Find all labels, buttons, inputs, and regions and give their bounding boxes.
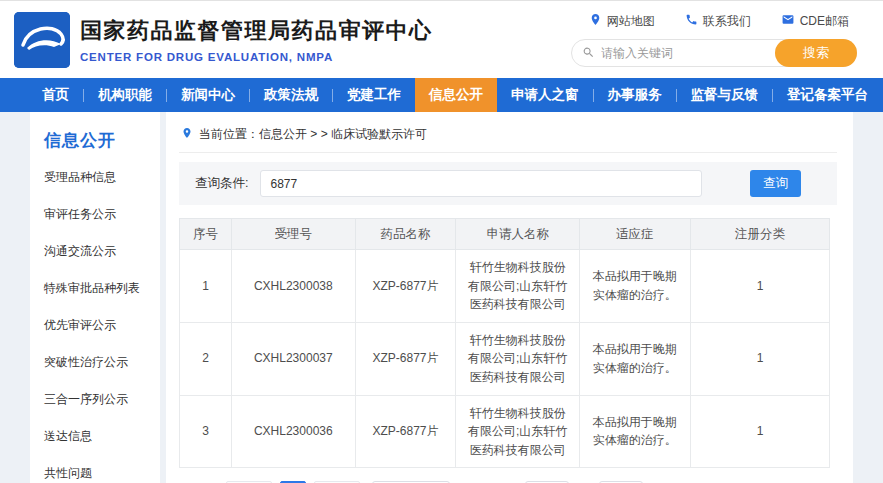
query-label: 查询条件:	[195, 175, 248, 192]
cell-seq: 1	[180, 250, 232, 323]
cell-indication: 本品拟用于晚期实体瘤的治疗。	[579, 250, 690, 323]
main-nav: 首页 机构职能 新闻中心 政策法规 党建工作 信息公开 申请人之窗 办事服务 监…	[0, 78, 883, 112]
table-row: 3 CXHL2300036 XZP-6877片 轩竹生物科技股份有限公司;山东轩…	[180, 395, 830, 468]
nav-item-party-building[interactable]: 党建工作	[333, 78, 415, 112]
cell-registration-class: 1	[690, 322, 830, 395]
breadcrumb: 当前位置：信息公开 > > 临床试验默示许可	[179, 121, 837, 153]
sidebar-item-delivery-info[interactable]: 送达信息	[30, 418, 160, 455]
contact-us-label: 联系我们	[703, 13, 751, 30]
nav-item-services[interactable]: 办事服务	[594, 78, 676, 112]
query-button[interactable]: 查询	[750, 170, 801, 197]
nav-item-applicant-window[interactable]: 申请人之窗	[497, 78, 593, 112]
table-row: 1 CXHL2300038 XZP-6877片 轩竹生物科技股份有限公司;山东轩…	[180, 250, 830, 323]
cell-applicant: 轩竹生物科技股份有限公司;山东轩竹医药科技有限公司	[456, 395, 580, 468]
content-area: 信息公开 受理品种信息 审评任务公示 沟通交流公示 特殊审批品种列表 优先审评公…	[0, 112, 883, 483]
cell-acceptance-no: CXHL2300037	[232, 322, 356, 395]
cell-seq: 2	[180, 322, 232, 395]
sitemap-label: 网站地图	[607, 13, 655, 30]
sidebar: 信息公开 受理品种信息 审评任务公示 沟通交流公示 特殊审批品种列表 优先审评公…	[30, 112, 160, 483]
main-panel: 当前位置：信息公开 > > 临床试验默示许可 查询条件: 查询 序号 受理号 药…	[166, 112, 853, 483]
col-header-drug-name: 药品名称	[355, 219, 456, 250]
nav-item-home[interactable]: 首页	[28, 78, 83, 112]
phone-icon	[685, 13, 698, 29]
cde-mail-label: CDE邮箱	[800, 13, 849, 30]
results-table: 序号 受理号 药品名称 申请人名称 适应症 注册分类 1 CXHL2300038…	[179, 218, 830, 468]
table-header-row: 序号 受理号 药品名称 申请人名称 适应症 注册分类	[180, 219, 830, 250]
brand: 国家药品监督管理局药品审评中心 CENTER FOR DRUG EVALUATI…	[14, 12, 433, 68]
sidebar-item-three-in-one[interactable]: 三合一序列公示	[30, 381, 160, 418]
cell-drug-name: XZP-6877片	[355, 250, 456, 323]
header-right: 网站地图 联系我们 CDE邮箱 搜索	[571, 13, 857, 67]
header-search-bar: 搜索	[571, 39, 857, 67]
nav-item-org-functions[interactable]: 机构职能	[84, 78, 166, 112]
mail-icon	[781, 13, 795, 29]
cell-indication: 本品拟用于晚期实体瘤的治疗。	[579, 322, 690, 395]
nav-item-supervision-feedback[interactable]: 监督与反馈	[677, 78, 773, 112]
search-icon	[582, 46, 595, 59]
cell-applicant: 轩竹生物科技股份有限公司;山东轩竹医药科技有限公司	[456, 322, 580, 395]
col-header-seq: 序号	[180, 219, 232, 250]
cell-acceptance-no: CXHL2300038	[232, 250, 356, 323]
cell-indication: 本品拟用于晚期实体瘤的治疗。	[579, 395, 690, 468]
nav-item-news-center[interactable]: 新闻中心	[167, 78, 249, 112]
cell-registration-class: 1	[690, 395, 830, 468]
site-subtitle: CENTER FOR DRUG EVALUATION, NMPA	[80, 51, 433, 63]
sitemap-link[interactable]: 网站地图	[589, 13, 655, 30]
cell-drug-name: XZP-6877片	[355, 322, 456, 395]
cell-seq: 3	[180, 395, 232, 468]
site-header: 国家药品监督管理局药品审评中心 CENTER FOR DRUG EVALUATI…	[0, 1, 883, 78]
cell-drug-name: XZP-6877片	[355, 395, 456, 468]
contact-us-link[interactable]: 联系我们	[685, 13, 751, 30]
sidebar-item-breakthrough-therapy[interactable]: 突破性治疗公示	[30, 344, 160, 381]
sidebar-item-review-tasks[interactable]: 审评任务公示	[30, 196, 160, 233]
brand-text: 国家药品监督管理局药品审评中心 CENTER FOR DRUG EVALUATI…	[80, 16, 433, 63]
location-pin-icon	[589, 13, 602, 29]
cell-acceptance-no: CXHL2300036	[232, 395, 356, 468]
breadcrumb-text: 当前位置：信息公开 > > 临床试验默示许可	[199, 126, 427, 143]
cell-applicant: 轩竹生物科技股份有限公司;山东轩竹医药科技有限公司	[456, 250, 580, 323]
search-button[interactable]: 搜索	[775, 39, 857, 67]
col-header-acceptance-no: 受理号	[232, 219, 356, 250]
sidebar-item-special-approval-list[interactable]: 特殊审批品种列表	[30, 270, 160, 307]
nav-item-registration-platform[interactable]: 登记备案平台	[773, 78, 882, 112]
col-header-indication: 适应症	[579, 219, 690, 250]
location-pin-icon	[181, 127, 193, 142]
sidebar-title: 信息公开	[30, 112, 160, 159]
sidebar-item-communication[interactable]: 沟通交流公示	[30, 233, 160, 270]
nav-item-policy-regulations[interactable]: 政策法规	[250, 78, 332, 112]
cde-mail-link[interactable]: CDE邮箱	[781, 13, 849, 30]
col-header-applicant: 申请人名称	[456, 219, 580, 250]
nav-item-info-disclosure[interactable]: 信息公开	[415, 78, 497, 112]
site-title: 国家药品监督管理局药品审评中心	[80, 16, 433, 46]
quick-links: 网站地图 联系我们 CDE邮箱	[589, 13, 857, 30]
table-row: 2 CXHL2300037 XZP-6877片 轩竹生物科技股份有限公司;山东轩…	[180, 322, 830, 395]
sidebar-item-common-issues[interactable]: 共性问题	[30, 455, 160, 483]
query-input[interactable]	[260, 170, 702, 197]
cde-logo-icon	[14, 12, 70, 68]
col-header-registration-class: 注册分类	[690, 219, 830, 250]
sidebar-item-accepted-products[interactable]: 受理品种信息	[30, 159, 160, 196]
sidebar-item-priority-review[interactable]: 优先审评公示	[30, 307, 160, 344]
cell-registration-class: 1	[690, 250, 830, 323]
query-bar: 查询条件: 查询	[179, 162, 837, 205]
